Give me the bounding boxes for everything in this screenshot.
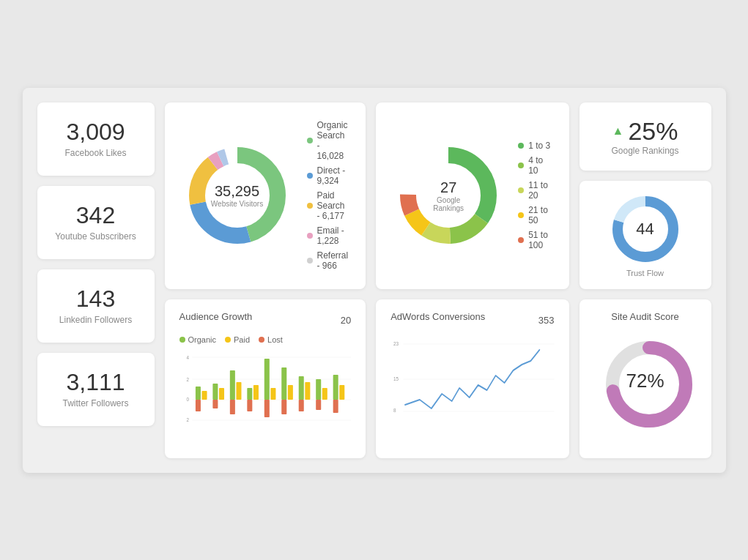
audit-card: Site Audit Score 72% bbox=[579, 299, 711, 458]
rank-header: ▲ 25% bbox=[612, 117, 678, 146]
rankings-subtitle: Google Rankings bbox=[421, 196, 476, 212]
svg-text:0: 0 bbox=[186, 396, 188, 403]
svg-rect-37 bbox=[264, 400, 269, 417]
rank-51-100-label: 51 to 100 bbox=[528, 230, 551, 250]
referral-dot bbox=[307, 258, 313, 264]
svg-rect-41 bbox=[298, 376, 303, 400]
svg-text:23: 23 bbox=[393, 340, 399, 347]
adwords-header: AdWords Conversions 353 bbox=[390, 311, 554, 329]
visitors-subtitle: Website Visitors bbox=[211, 200, 263, 208]
svg-rect-30 bbox=[236, 382, 241, 400]
audit-title: Site Audit Score bbox=[611, 311, 679, 322]
rank-label: Google Rankings bbox=[611, 146, 678, 156]
rankings-total: 27 bbox=[421, 179, 476, 196]
organic-legend-label: Organic bbox=[188, 335, 217, 344]
rank-51-100-dot bbox=[518, 237, 524, 243]
svg-rect-38 bbox=[281, 367, 286, 400]
direct-dot bbox=[307, 173, 313, 179]
left-column: 3,009 Facebook Likes 342 Youtube Subscri… bbox=[37, 102, 155, 458]
svg-rect-26 bbox=[212, 384, 218, 400]
rankings-legend: 1 to 3 4 to 10 11 to 20 21 to 50 51 to 1… bbox=[518, 141, 551, 250]
trust-flow-donut: 44 bbox=[609, 193, 682, 266]
svg-rect-46 bbox=[316, 400, 321, 410]
adwords-card: AdWords Conversions 353 23 15 8 bbox=[376, 299, 569, 458]
rank-percent: 25% bbox=[628, 117, 678, 146]
paid-label: Paid Search - 6,177 bbox=[317, 190, 349, 221]
organic-legend: Organic bbox=[179, 335, 217, 344]
rank-1-3-label: 1 to 3 bbox=[528, 141, 550, 151]
trust-flow-label: Trust Flow bbox=[626, 269, 664, 277]
svg-rect-49 bbox=[333, 400, 338, 413]
dashboard: 3,009 Facebook Likes 342 Youtube Subscri… bbox=[23, 88, 726, 473]
rank-4-10-dot bbox=[518, 163, 524, 168]
lost-legend-label: Lost bbox=[267, 335, 283, 344]
lost-legend: Lost bbox=[259, 335, 283, 344]
youtube-label: Youtube Subscribers bbox=[55, 231, 136, 242]
rank-1-3-dot bbox=[518, 143, 524, 149]
youtube-number: 342 bbox=[76, 203, 115, 228]
paid-legend-dot bbox=[225, 337, 231, 343]
lost-legend-dot bbox=[259, 337, 264, 343]
facebook-label: Facebook Likes bbox=[64, 148, 126, 158]
svg-rect-35 bbox=[264, 359, 269, 400]
email-dot bbox=[307, 233, 313, 239]
google-rank-card: ▲ 25% Google Rankings bbox=[579, 102, 711, 171]
svg-text:8: 8 bbox=[393, 406, 396, 414]
svg-rect-36 bbox=[270, 388, 275, 400]
svg-rect-40 bbox=[281, 400, 286, 414]
main-grid: 3,009 Facebook Likes 342 Youtube Subscri… bbox=[37, 102, 711, 458]
direct-label: Direct - 9,324 bbox=[317, 165, 349, 186]
legend-direct: Direct - 9,324 bbox=[307, 165, 349, 186]
twitter-followers-card: 3,111 Twitter Followers bbox=[37, 353, 155, 426]
svg-rect-48 bbox=[339, 385, 344, 400]
trust-flow-card: 44 Trust Flow bbox=[579, 181, 711, 289]
svg-text:2: 2 bbox=[186, 417, 188, 423]
linkedin-followers-card: 143 Linkedin Followers bbox=[37, 269, 155, 343]
svg-rect-33 bbox=[253, 385, 258, 400]
svg-rect-31 bbox=[229, 400, 234, 414]
svg-rect-43 bbox=[298, 400, 303, 411]
adwords-value: 353 bbox=[538, 315, 555, 326]
audit-percent-center: 72% bbox=[626, 369, 664, 392]
twitter-number: 3,111 bbox=[66, 370, 125, 395]
visitors-center: 35,295 Website Visitors bbox=[211, 183, 263, 208]
facebook-number: 3,009 bbox=[66, 119, 125, 145]
svg-rect-42 bbox=[305, 382, 310, 400]
visitors-total: 35,295 bbox=[211, 183, 263, 200]
rank-11-20-label: 11 to 20 bbox=[528, 180, 551, 201]
svg-text:15: 15 bbox=[393, 375, 399, 382]
svg-rect-24 bbox=[201, 391, 207, 400]
rank-up-icon: ▲ bbox=[612, 124, 624, 138]
audit-donut: 72% bbox=[601, 337, 689, 425]
svg-rect-23 bbox=[195, 387, 200, 400]
svg-text:4: 4 bbox=[186, 354, 188, 361]
svg-rect-25 bbox=[195, 400, 200, 411]
legend-organic: Organic Search - 16,028 bbox=[307, 120, 349, 161]
svg-rect-47 bbox=[333, 375, 338, 400]
svg-rect-44 bbox=[316, 379, 321, 400]
audience-legend: Organic Paid Lost bbox=[179, 335, 352, 344]
audit-percent-value: 72% bbox=[626, 369, 664, 391]
organic-dot bbox=[307, 138, 313, 143]
rank-21-50-label: 21 to 50 bbox=[528, 205, 551, 225]
audience-card: Audience Growth 20 Organic Paid Lost bbox=[165, 299, 366, 458]
rank-51-100: 51 to 100 bbox=[518, 230, 551, 250]
rank-11-20-dot bbox=[518, 187, 524, 193]
rank-21-50-dot bbox=[518, 212, 524, 218]
svg-rect-39 bbox=[287, 385, 292, 400]
svg-rect-28 bbox=[212, 400, 218, 408]
rankings-center: 27 Google Rankings bbox=[421, 179, 476, 212]
legend-email: Email - 1,228 bbox=[307, 225, 349, 246]
right-col-top: ▲ 25% Google Rankings 44 Trust Flow bbox=[579, 102, 711, 289]
audience-value: 20 bbox=[341, 315, 351, 326]
svg-rect-34 bbox=[247, 400, 252, 411]
trust-flow-center: 44 bbox=[636, 220, 653, 239]
rankings-card: 27 Google Rankings 1 to 3 4 to 10 11 to … bbox=[376, 102, 569, 289]
svg-rect-45 bbox=[322, 388, 327, 400]
legend-referral: Referral - 966 bbox=[307, 250, 349, 271]
paid-dot bbox=[307, 203, 313, 209]
audience-header: Audience Growth 20 bbox=[179, 311, 352, 329]
visitors-card: 35,295 Website Visitors Organic Search -… bbox=[165, 102, 366, 289]
svg-rect-32 bbox=[247, 388, 252, 400]
organic-label: Organic Search - 16,028 bbox=[317, 120, 349, 161]
